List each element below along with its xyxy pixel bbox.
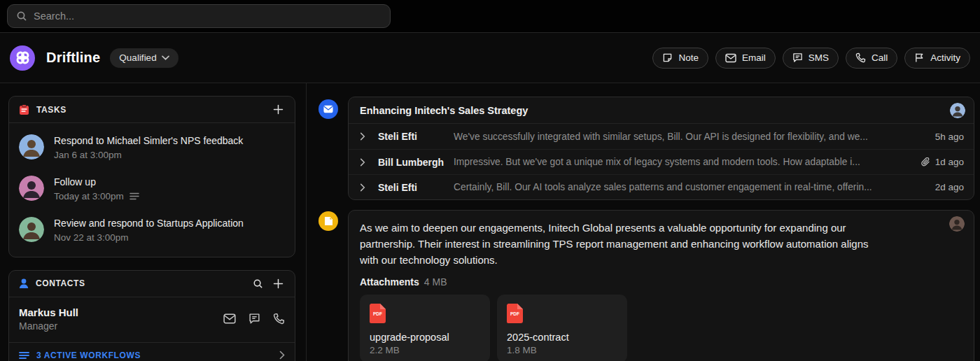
note-card: As we aim to deepen our engagements, Ini… (348, 210, 974, 361)
task-text: Follow up Today at 3:00pm (54, 176, 139, 201)
note-body: As we aim to deepen our engagements, Ini… (360, 220, 881, 269)
task-text: Review and respond to Startups Applicati… (54, 217, 244, 243)
task-title: Review and respond to Startups Applicati… (54, 217, 244, 230)
avatar (19, 176, 44, 201)
expand-chevron-icon[interactable] (360, 132, 378, 141)
avatar (19, 217, 44, 242)
attachment-name: upgrade-proposal (370, 332, 480, 343)
status-dropdown-value: Qualified (119, 52, 156, 63)
svg-text:PDF: PDF (510, 311, 519, 316)
activity-button-label: Activity (930, 52, 960, 63)
contact-email-icon[interactable] (223, 313, 236, 324)
note-entry-icon (318, 211, 338, 231)
thread-subject: Enhancing Initech's Sales Strategy (360, 105, 950, 116)
task-row[interactable]: Respond to Michael Simler's NPS feedback… (9, 127, 295, 168)
attachments-label: Attachments (360, 276, 419, 288)
status-dropdown[interactable]: Qualified (110, 48, 178, 68)
note-button[interactable]: Note (652, 48, 708, 69)
message-preview: Impressive. But we've got a unique mix o… (454, 157, 921, 167)
message-preview: We've successfully integrated with simil… (454, 132, 935, 142)
search-input[interactable]: Search... (7, 4, 391, 28)
task-due-date: Nov 22 at 3:00pm (54, 232, 244, 243)
company-logo (10, 45, 35, 71)
pdf-file-icon: PDF (370, 304, 480, 323)
tasks-panel-header: TASKS (9, 97, 295, 123)
svg-text:PDF: PDF (373, 311, 382, 316)
contact-sms-icon[interactable] (248, 313, 260, 325)
task-due-date: Today at 3:00pm (54, 191, 139, 201)
contact-call-icon[interactable] (273, 313, 285, 325)
tasks-panel-title: TASKS (36, 105, 66, 115)
email-button[interactable]: Email (715, 48, 776, 69)
sidebar: TASKS Respond to Michael Simler's NPS fe… (0, 83, 307, 361)
message-sender: Bill Lumbergh (378, 157, 454, 168)
action-buttons: Note Email SMS Call (652, 48, 970, 69)
call-button-label: Call (872, 52, 888, 63)
activity-flag-icon (914, 52, 925, 63)
task-text: Respond to Michael Simler's NPS feedback… (54, 134, 243, 160)
message-sender: Steli Efti (378, 182, 454, 193)
contact-name: Markus Hull (19, 306, 78, 318)
contacts-panel-header: CONTACTS (9, 271, 295, 297)
note-icon (662, 52, 673, 63)
expand-chevron-icon[interactable] (360, 158, 378, 167)
email-message-row[interactable]: Steli Efti We've successfully integrated… (349, 124, 974, 149)
workflows-icon (19, 351, 29, 360)
contact-row[interactable]: Markus Hull Manager (9, 297, 295, 342)
message-meta: 1d ago (921, 157, 964, 167)
task-list: Respond to Michael Simler's NPS feedback… (9, 123, 295, 257)
email-icon (725, 53, 736, 63)
task-due-text: Today at 3:00pm (54, 191, 124, 201)
tasks-icon (19, 104, 29, 115)
tasks-panel: TASKS Respond to Michael Simler's NPS fe… (8, 96, 295, 257)
expand-chevron-icon[interactable] (360, 183, 378, 192)
search-placeholder: Search... (34, 10, 74, 22)
note-author-avatar (949, 216, 965, 232)
email-message-row[interactable]: Steli Efti Certainly, Bill. Our AI tools… (349, 174, 974, 199)
attachment-size: 2.2 MB (370, 345, 480, 355)
add-task-button[interactable] (272, 103, 285, 116)
avatar (19, 134, 44, 160)
attachment-size: 1.8 MB (507, 345, 617, 355)
chevron-down-icon (162, 55, 169, 60)
message-sender: Steli Efti (378, 131, 454, 142)
thread-header[interactable]: Enhancing Initech's Sales Strategy (349, 97, 974, 124)
pdf-file-icon: PDF (507, 304, 617, 323)
contact-role: Manager (19, 320, 78, 332)
attachment-card[interactable]: PDF 2025-contract 1.8 MB (497, 295, 627, 361)
message-time: 2d ago (935, 182, 964, 192)
contacts-icon (19, 278, 29, 289)
page-title: Driftline (46, 50, 100, 66)
attachments-total-size: 4 MB (424, 276, 447, 288)
note-button-label: Note (678, 52, 699, 63)
search-icon (16, 10, 27, 22)
email-thread-card: Enhancing Initech's Sales Strategy Steli… (348, 97, 974, 200)
content-area: TASKS Respond to Michael Simler's NPS fe… (0, 83, 980, 361)
chevron-right-icon (279, 351, 285, 360)
task-row[interactable]: Review and respond to Startups Applicati… (9, 209, 295, 250)
active-workflows-link[interactable]: 3 ACTIVE WORKFLOWS (9, 342, 295, 361)
workflows-label: 3 ACTIVE WORKFLOWS (36, 351, 141, 360)
email-thread-icon (318, 99, 338, 119)
attachments-header: Attachments 4 MB (360, 276, 962, 288)
activity-button[interactable]: Activity (904, 48, 970, 69)
call-button[interactable]: Call (846, 48, 897, 69)
activity-timeline: Enhancing Initech's Sales Strategy Steli… (307, 83, 980, 361)
task-row[interactable]: Follow up Today at 3:00pm (9, 168, 295, 209)
message-time: 5h ago (935, 132, 964, 142)
contact-quick-actions (223, 313, 285, 325)
attachment-name: 2025-contract (507, 332, 617, 343)
contacts-panel-title: CONTACTS (36, 278, 85, 288)
message-preview: Certainly, Bill. Our AI tools analyze sa… (454, 182, 935, 192)
email-message-row[interactable]: Bill Lumbergh Impressive. But we've got … (349, 149, 974, 174)
search-contacts-button[interactable] (251, 277, 265, 290)
attachment-list: PDF upgrade-proposal 2.2 MB PDF 2025-con… (360, 295, 962, 361)
attachment-card[interactable]: PDF upgrade-proposal 2.2 MB (360, 295, 490, 361)
task-due-date: Jan 6 at 3:00pm (54, 150, 243, 160)
sms-icon (792, 52, 803, 63)
top-bar: Search... (0, 0, 980, 33)
contact-text: Markus Hull Manager (19, 306, 78, 332)
add-contact-button[interactable] (272, 277, 285, 290)
sms-button[interactable]: SMS (783, 48, 839, 69)
email-button-label: Email (742, 52, 766, 63)
